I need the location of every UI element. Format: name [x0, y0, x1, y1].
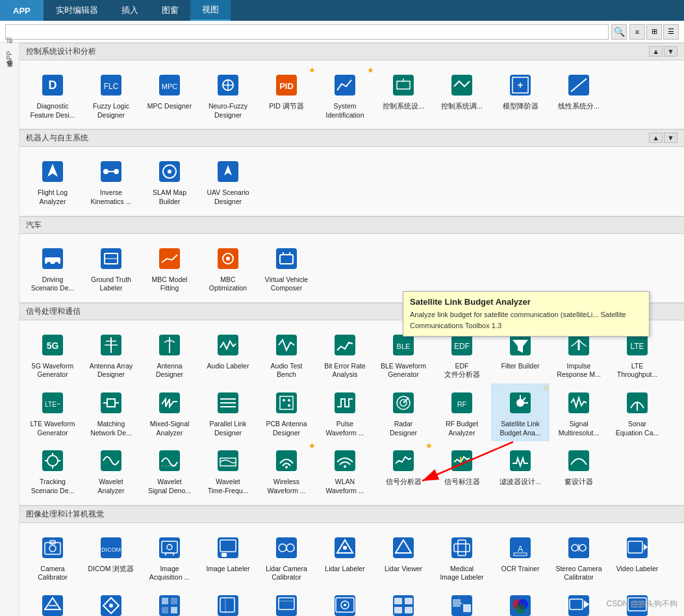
app-pulse[interactable]: PulseWaveform ... — [316, 383, 374, 441]
app-colorseg[interactable]: 色彩分割器 — [491, 586, 550, 616]
app-camcalib[interactable]: CameraCalibrator — [23, 528, 82, 586]
app-fuzzy[interactable]: FLC Fuzzy LogicDesigner — [82, 66, 140, 123]
app-radar[interactable]: RadarDesigner — [374, 383, 433, 441]
app-ground[interactable]: Ground TruthLabeler — [82, 239, 140, 297]
app-icon-radar — [388, 387, 419, 418]
app-tab[interactable]: APP — [0, 0, 44, 21]
app-label-neuro: Neuro-FuzzyDesigner — [209, 102, 247, 120]
app-mpc[interactable]: MPC MPC Designer — [140, 66, 199, 123]
app-satlink[interactable]: ☆ Satellite LinkBudget Ana... — [491, 383, 550, 441]
app-lidarview[interactable]: Lidar Viewer — [374, 528, 433, 586]
app-ocrtrain[interactable]: A OCR Trainer — [491, 528, 550, 586]
app-antenna2[interactable]: AntennaDesigner — [140, 326, 199, 383]
left-panel-app[interactable]: APP 包 — [4, 45, 16, 68]
app-neuro[interactable]: Neuro-FuzzyDesigner — [199, 66, 257, 123]
app-icon-imgbrowse — [388, 590, 419, 616]
svg-rect-59 — [335, 335, 355, 355]
app-ctrl1[interactable]: 控制系统设... — [374, 66, 433, 123]
app-imgdist[interactable]: 图像配准器 — [433, 586, 491, 616]
app-virtual[interactable]: Virtual VehicleComposer — [257, 239, 316, 297]
app-videoview[interactable]: 视频查看器 — [550, 586, 608, 616]
app-lidarcc[interactable]: Lidar CameraCalibrator — [257, 528, 316, 586]
app-imgbrowse[interactable]: 图像浏览器 — [374, 586, 433, 616]
app-medical[interactable]: MedicalImage Labeler — [433, 528, 491, 586]
app-audiotest[interactable]: Audio TestBench — [257, 326, 316, 383]
app-mbc2[interactable]: MBCOptimization — [199, 239, 257, 297]
menu-realtime[interactable]: 实时编辑器 — [44, 0, 110, 21]
section-scroll-up-control[interactable]: ▲ — [649, 46, 663, 57]
app-mbc[interactable]: MBC ModelFitting — [140, 239, 199, 297]
app-ltewav[interactable]: LTE~ LTE WaveformGenerator — [23, 383, 82, 441]
app-antenna[interactable]: Antenna ArrayDesigner — [82, 326, 140, 383]
app-wireless[interactable]: ★ WirelessWaveform ... — [257, 441, 316, 499]
app-pcb[interactable]: PCB AntennaDesigner — [257, 383, 316, 441]
list-view-button[interactable]: ≡ — [629, 24, 645, 40]
app-audiolabel[interactable]: Audio Labeler — [199, 326, 257, 383]
app-rfbudget[interactable]: RF RF BudgetAnalyzer — [433, 383, 491, 441]
app-mixedsig[interactable]: Mixed-SignalAnalyzer — [140, 383, 199, 441]
app-pid[interactable]: PID ★ PID 调节器 — [257, 66, 316, 123]
app-icon-satlink — [505, 387, 536, 418]
app-linear[interactable]: 线性系统分... — [550, 66, 608, 123]
app-3dseg[interactable]: 三维体分割器 — [23, 586, 82, 616]
app-imgseg[interactable]: 图像分割器 — [140, 586, 199, 616]
app-signal2[interactable]: SignalMultiresolut... — [550, 383, 608, 441]
star-badge-siganalyzer: ★ — [425, 441, 433, 450]
app-biterror[interactable]: Bit Error RateAnalysis — [316, 326, 374, 383]
app-label-wavelet2: WaveletSignal Deno... — [148, 478, 191, 495]
app-wavelet[interactable]: WaveletAnalyzer — [82, 441, 140, 499]
app-icon-imgview — [329, 590, 361, 616]
app-imglabel[interactable]: Image Labeler — [199, 528, 257, 586]
svg-text:LTE~: LTE~ — [45, 401, 60, 408]
app-label-dicom: DICOM 浏览器 — [88, 565, 134, 574]
app-filtdes[interactable]: 滤波器设计... — [491, 441, 550, 499]
app-tracking[interactable]: TrackingScenario De... — [23, 441, 82, 499]
app-imgreg[interactable]: 图像区域分... — [199, 586, 257, 616]
app-wavelet2[interactable]: WaveletSignal Deno... — [140, 441, 199, 499]
menu-figure[interactable]: 图窗 — [150, 0, 190, 21]
app-lidarlabel[interactable]: Lidar Labeler — [316, 528, 374, 586]
app-icon-imgreg — [212, 590, 244, 616]
app-sonar[interactable]: SonarEquation Ca... — [608, 383, 666, 441]
app-imgacq[interactable]: ImageAcquisition ... — [140, 528, 199, 586]
app-uav[interactable]: UAV ScenarioDesigner — [199, 152, 257, 210]
menu-insert[interactable]: 插入 — [110, 0, 150, 21]
app-3dviewer[interactable]: 三维体查看器 — [82, 586, 140, 616]
app-label-filtdes: 滤波器设计... — [500, 478, 541, 487]
app-parallel[interactable]: Parallel LinkDesigner — [199, 383, 257, 441]
left-panel-open[interactable]: 开事务 — [4, 68, 16, 76]
app-ctrl2[interactable]: 控制系统调... — [433, 66, 491, 123]
app-dicom[interactable]: DICOM DICOM 浏览器 — [82, 528, 140, 586]
app-label-sysid: SystemIdentification — [326, 102, 364, 120]
menu-view[interactable]: 视图 — [190, 0, 231, 21]
app-matching[interactable]: MatchingNetwork De... — [82, 383, 140, 441]
search-input[interactable] — [5, 24, 609, 40]
left-panel: APP 包 开事务 — [0, 43, 19, 616]
section-scroll-up-robot[interactable]: ▲ — [649, 133, 663, 143]
svg-point-173 — [344, 604, 346, 606]
app-stercam[interactable]: Stereo CameraCalibrator — [550, 528, 608, 586]
app-driving[interactable]: DrivingScenario De... — [23, 239, 82, 297]
app-videolabel[interactable]: Video Labeler — [608, 528, 666, 586]
app-windes[interactable]: 窗设计器 — [550, 441, 608, 499]
app-wavelet3[interactable]: WaveletTime-Frequ... — [199, 441, 257, 499]
app-slam[interactable]: SLAM MapBuilder — [140, 152, 199, 210]
section-scroll-down-control[interactable]: ▼ — [664, 46, 678, 57]
app-ik[interactable]: InverseKinematics ... — [82, 152, 140, 210]
search-bar: 🔍 ≡ ⊞ ☰ — [0, 21, 684, 43]
options-button[interactable]: ☰ — [663, 24, 679, 40]
app-flightlog[interactable]: Flight LogAnalyzer — [23, 152, 82, 210]
app-wlan[interactable]: WLANWaveform ... — [316, 441, 374, 499]
app-sysid[interactable]: ★ SystemIdentification — [316, 66, 374, 123]
app-sigmark[interactable]: 信号标注器 — [433, 441, 491, 499]
app-icon-tracking — [37, 445, 68, 476]
section-scroll-down-robot[interactable]: ▼ — [664, 133, 678, 143]
search-button[interactable]: 🔍 — [611, 24, 627, 40]
app-diagnostic[interactable]: D DiagnosticFeature Desi... — [23, 66, 82, 123]
app-imgproc[interactable]: 图像批处理器 — [257, 586, 316, 616]
grid-view-button[interactable]: ⊞ — [646, 24, 662, 40]
app-imgview[interactable]: 图像查看器 — [316, 586, 374, 616]
app-model[interactable]: 模型降阶器 — [491, 66, 550, 123]
app-siganalyzer[interactable]: ★ 信号分析器 — [374, 441, 433, 499]
app-5g[interactable]: 5G 5G WaveformGenerator — [23, 326, 82, 383]
